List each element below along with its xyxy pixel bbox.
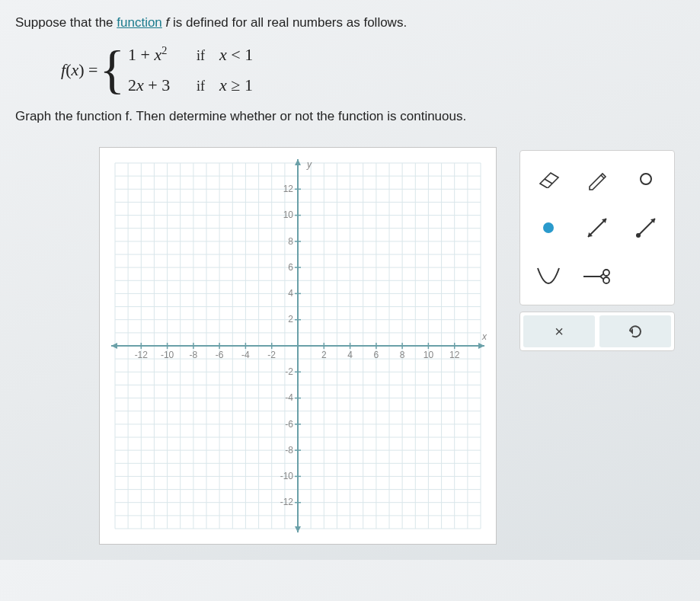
- svg-text:2: 2: [288, 314, 293, 324]
- svg-text:6: 6: [288, 262, 293, 273]
- svg-line-113: [601, 175, 604, 178]
- svg-text:-2: -2: [285, 366, 293, 377]
- closed-point-tool[interactable]: [526, 206, 571, 250]
- svg-text:-10: -10: [280, 471, 294, 481]
- case-row: 2x + 3 if x ≥ 1: [128, 75, 253, 95]
- svg-text:8: 8: [288, 236, 293, 247]
- svg-point-123: [603, 270, 609, 276]
- line-segment-tool[interactable]: [575, 206, 619, 250]
- parabola-icon: [535, 265, 562, 288]
- case-cond: x < 1: [219, 45, 253, 65]
- open-circle-icon: [638, 171, 654, 187]
- ray-icon: [632, 214, 660, 241]
- svg-point-124: [603, 277, 609, 283]
- svg-point-115: [543, 222, 554, 233]
- eraser-icon: [535, 170, 561, 188]
- tools-panel: ×: [519, 150, 675, 351]
- open-point-tool[interactable]: [624, 157, 668, 201]
- svg-text:6: 6: [374, 350, 379, 360]
- cases: 1 + x2 if x < 1 2x + 3 if x ≥ 1: [128, 44, 253, 95]
- svg-line-112: [545, 179, 552, 184]
- parabola-tool[interactable]: [526, 254, 571, 299]
- intro-suffix: f is defined for all real numbers as fol…: [162, 15, 407, 30]
- closed-circle-icon: [541, 220, 556, 235]
- formula-lhs: f(x) =: [61, 60, 97, 80]
- tool-grid: [519, 150, 675, 305]
- graph-canvas[interactable]: -12 -10 -8 -6 -4 -2 2 4 6 8 10 12 12 10 …: [99, 147, 497, 545]
- segment-icon: [583, 214, 611, 241]
- svg-marker-58: [478, 343, 484, 349]
- case-expr: 1 + x2: [128, 44, 197, 65]
- case-row: 1 + x2 if x < 1: [128, 44, 253, 65]
- svg-text:-4: -4: [285, 392, 293, 403]
- x-icon: ×: [555, 323, 564, 340]
- svg-text:-4: -4: [241, 350, 250, 360]
- cut-line-tool[interactable]: [575, 254, 619, 299]
- svg-text:-8: -8: [285, 445, 293, 456]
- svg-text:8: 8: [400, 350, 405, 360]
- svg-marker-59: [111, 343, 117, 349]
- svg-text:4: 4: [347, 350, 353, 360]
- action-row: ×: [519, 312, 675, 351]
- svg-marker-61: [295, 526, 301, 532]
- svg-text:-6: -6: [285, 419, 293, 430]
- case-cond: x ≥ 1: [219, 75, 253, 95]
- svg-text:-2: -2: [267, 350, 276, 360]
- pencil-tool[interactable]: [575, 157, 619, 201]
- coordinate-grid: -12 -10 -8 -6 -4 -2 2 4 6 8 10 12 12 10 …: [100, 148, 496, 544]
- work-area: -12 -10 -8 -6 -4 -2 2 4 6 8 10 12 12 10 …: [99, 147, 685, 545]
- svg-text:x: x: [481, 331, 487, 342]
- svg-text:-12: -12: [135, 350, 149, 360]
- svg-text:10: 10: [283, 209, 294, 220]
- instruction-text: Graph the function f. Then determine whe…: [15, 109, 685, 124]
- svg-text:2: 2: [321, 350, 327, 360]
- function-link[interactable]: function: [117, 15, 162, 30]
- pencil-icon: [586, 168, 609, 190]
- svg-text:12: 12: [449, 350, 460, 360]
- eraser-tool[interactable]: [526, 157, 571, 201]
- svg-text:-6: -6: [216, 350, 224, 360]
- undo-button[interactable]: [599, 315, 671, 347]
- undo-icon: [627, 323, 644, 340]
- case-if: if: [197, 78, 219, 94]
- svg-text:12: 12: [283, 184, 294, 194]
- svg-point-114: [641, 174, 651, 184]
- brace-icon: {: [99, 47, 125, 93]
- svg-marker-60: [295, 159, 301, 165]
- svg-point-120: [636, 233, 641, 238]
- svg-text:4: 4: [288, 288, 293, 299]
- piecewise-formula: f(x) = { 1 + x2 if x < 1 2x + 3 if x ≥ 1: [61, 44, 685, 95]
- svg-text:y: y: [306, 159, 312, 170]
- scissors-icon: [582, 267, 612, 286]
- svg-text:10: 10: [424, 350, 434, 360]
- clear-button[interactable]: ×: [523, 315, 595, 347]
- ray-tool[interactable]: [624, 206, 668, 250]
- problem-intro: Suppose that the function f is defined f…: [15, 15, 685, 30]
- case-if: if: [197, 48, 219, 64]
- svg-text:-8: -8: [190, 350, 198, 360]
- svg-text:-12: -12: [280, 497, 294, 507]
- svg-text:-10: -10: [161, 350, 174, 360]
- intro-prefix: Suppose that the: [15, 15, 117, 30]
- svg-line-116: [588, 219, 606, 237]
- case-expr: 2x + 3: [128, 75, 197, 95]
